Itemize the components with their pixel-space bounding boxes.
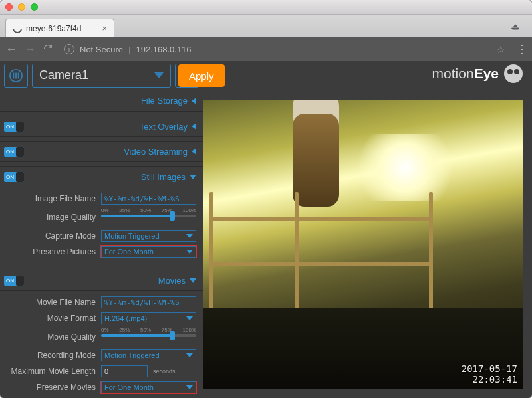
tab-title: meye-619a7f4d <box>26 24 81 33</box>
image-file-name-input[interactable] <box>101 193 196 205</box>
preserve-movies-label: Preserve Movies <box>4 383 101 392</box>
camera-feed[interactable]: 2017-05-17 22:03:41 <box>203 100 523 389</box>
still-images-form: Image File Name Image Quality 0%25%50%75… <box>0 187 203 266</box>
image-quality-slider[interactable]: 0%25%50%75%100% <box>101 207 196 227</box>
section-label: Still Images <box>141 172 186 182</box>
browser-toolbar: ← → i Not Secure | 192.168.0.116 ☆ ⋮ <box>0 37 532 61</box>
section-video-streaming[interactable]: ON Video Streaming <box>0 141 203 162</box>
window-minimize-button[interactable] <box>18 3 25 11</box>
nav-forward-button: → <box>24 43 36 56</box>
movie-file-name-label: Movie File Name <box>4 298 101 307</box>
video-streaming-toggle[interactable]: ON <box>4 147 24 157</box>
window-zoom-button[interactable] <box>31 3 38 11</box>
url-text: 192.168.0.116 <box>136 45 191 54</box>
sidebar-topbar: Camera1 <box>0 61 203 90</box>
section-label: Video Streaming <box>124 147 188 157</box>
mac-titlebar <box>0 0 532 15</box>
collapse-arrow-icon <box>192 123 196 130</box>
expand-arrow-icon <box>190 175 196 179</box>
app-root: Camera1 File Storage ON Text Overlay ON … <box>0 61 532 398</box>
nav-back-button[interactable]: ← <box>5 43 17 56</box>
chevron-down-icon <box>186 316 193 320</box>
security-status: Not Secure <box>80 45 123 54</box>
address-bar[interactable]: i Not Secure | 192.168.0.116 ☆ <box>60 41 509 58</box>
camera-selector[interactable]: Camera1 <box>32 64 171 88</box>
brand-logo: motionEye <box>432 64 523 83</box>
preserve-movies-select[interactable]: For One Month <box>101 381 196 393</box>
video-timestamp: 2017-05-17 22:03:41 <box>462 363 517 385</box>
movie-file-name-input[interactable] <box>101 296 196 308</box>
site-info-icon[interactable]: i <box>64 44 74 54</box>
bookmark-star-icon[interactable]: ☆ <box>496 43 505 56</box>
movie-quality-slider[interactable]: 0%25%50%75%100% <box>101 327 196 347</box>
reload-button[interactable] <box>43 43 53 56</box>
capture-mode-label: Capture Mode <box>4 231 101 241</box>
browser-menu-button[interactable]: ⋮ <box>516 42 527 56</box>
section-label: Text Overlay <box>140 122 188 132</box>
image-quality-label: Image Quality <box>4 213 101 222</box>
settings-scroll[interactable]: File Storage ON Text Overlay ON Video St… <box>0 90 203 398</box>
tab-favicon <box>11 22 24 35</box>
image-file-name-label: Image File Name <box>4 194 101 203</box>
incognito-indicator <box>504 20 527 37</box>
menu-button[interactable] <box>4 64 28 88</box>
camera-selector-value: Camera1 <box>39 68 88 82</box>
recording-mode-label: Recording Mode <box>4 351 101 360</box>
chevron-down-icon <box>186 250 193 254</box>
window-close-button[interactable] <box>5 3 13 11</box>
max-movie-length-input[interactable] <box>101 365 148 377</box>
browser-tab-strip: meye-619a7f4d × <box>0 15 532 37</box>
section-text-overlay[interactable]: ON Text Overlay <box>0 116 203 137</box>
preserve-pictures-select[interactable]: For One Month <box>101 246 196 258</box>
preserve-pictures-label: Preserve Pictures <box>4 247 101 256</box>
tab-close-icon[interactable]: × <box>102 23 107 33</box>
expand-arrow-icon <box>190 278 196 283</box>
settings-sidebar: Camera1 File Storage ON Text Overlay ON … <box>0 61 203 398</box>
seconds-suffix: seconds <box>153 368 176 375</box>
section-file-storage[interactable]: File Storage <box>0 90 203 112</box>
movie-quality-label: Movie Quality <box>4 332 101 342</box>
text-overlay-toggle[interactable]: ON <box>4 122 24 132</box>
still-images-toggle[interactable]: ON <box>4 172 24 182</box>
section-movies[interactable]: ON Movies <box>0 270 203 291</box>
chevron-down-icon <box>186 234 193 238</box>
owl-icon <box>504 64 523 83</box>
recording-mode-select[interactable]: Motion Triggered <box>101 349 196 361</box>
section-still-images[interactable]: ON Still Images <box>0 166 203 187</box>
capture-mode-select[interactable]: Motion Triggered <box>101 230 196 242</box>
collapse-arrow-icon <box>192 98 196 104</box>
section-label: Movies <box>158 276 186 286</box>
movie-format-select[interactable]: H.264 (.mp4) <box>101 312 196 324</box>
chevron-down-icon <box>186 385 193 389</box>
movie-format-label: Movie Format <box>4 314 101 323</box>
movies-form: Movie File Name Movie Format H.264 (.mp4… <box>0 291 203 398</box>
max-movie-length-label: Maximum Movie Length <box>4 367 101 376</box>
chevron-down-icon <box>186 353 193 357</box>
browser-tab[interactable]: meye-619a7f4d × <box>5 19 114 37</box>
video-panel: 2017-05-17 22:03:41 <box>203 90 532 398</box>
section-label: File Storage <box>141 96 188 106</box>
apply-button[interactable]: Apply <box>178 64 225 87</box>
chevron-down-icon <box>154 72 164 78</box>
collapse-arrow-icon <box>192 148 196 155</box>
movies-toggle[interactable]: ON <box>4 276 24 286</box>
